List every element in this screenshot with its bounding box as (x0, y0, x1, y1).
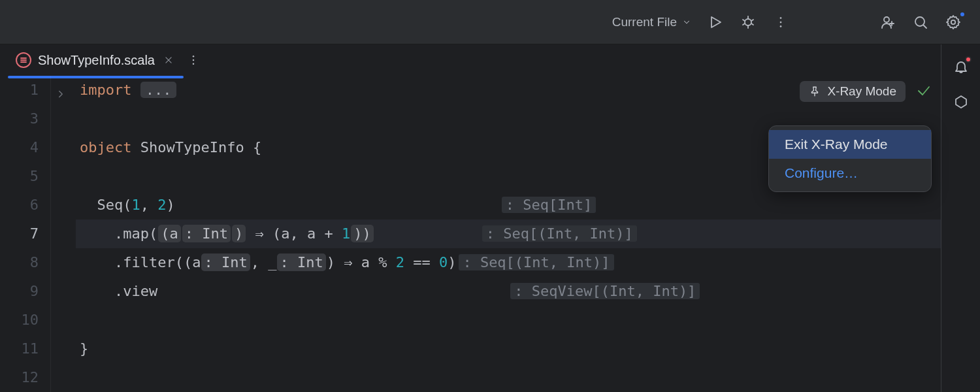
identifier: .view (80, 283, 157, 299)
popup-exit-xray[interactable]: Exit X-Ray Mode (769, 130, 931, 159)
param-hint: )) (351, 225, 374, 242)
line-number: 8 (0, 248, 39, 277)
editor-tab[interactable]: ShowTypeInfo.scala (10, 48, 181, 72)
code-line (76, 306, 941, 335)
main-toolbar: Current File (0, 0, 980, 44)
param-hint: (a (158, 225, 181, 242)
number: 2 (157, 197, 166, 213)
line-number: 5 (0, 162, 39, 191)
popup-configure[interactable]: Configure… (769, 159, 931, 188)
punct: { (244, 139, 262, 155)
scala-file-icon (16, 52, 31, 68)
run-button[interactable] (700, 7, 730, 37)
more-actions-button[interactable] (766, 7, 796, 37)
notification-dot-icon (965, 56, 972, 63)
fold-column (51, 76, 76, 392)
punct: ⇒ (246, 225, 272, 242)
vertical-dots-icon (187, 54, 200, 67)
punct: ) (448, 254, 456, 270)
hexagon-icon (953, 94, 969, 110)
editor-inspections-widget: X-Ray Mode (800, 81, 932, 102)
code-line: .filter((a: Int, _: Int) ⇒ a % 2 == 0): … (76, 248, 941, 277)
bug-icon (740, 14, 756, 30)
xray-mode-label: X-Ray Mode (827, 84, 896, 99)
svg-marker-0 (711, 17, 721, 27)
punct: } (80, 340, 88, 357)
svg-line-5 (743, 24, 745, 25)
right-tool-rail (941, 44, 980, 392)
punct: , (140, 197, 158, 213)
identifier: (a (184, 254, 201, 270)
settings-update-dot-icon (959, 11, 966, 18)
xray-mode-pill[interactable]: X-Ray Mode (800, 81, 906, 102)
search-icon (913, 14, 928, 30)
code-editor[interactable]: 1 3 4 5 6 7 8 9 10 11 12 (0, 76, 941, 392)
svg-point-16 (951, 20, 955, 24)
add-user-icon (880, 14, 896, 30)
param-hint: : Int (201, 253, 250, 271)
debug-button[interactable] (733, 7, 763, 37)
identifier: a % (361, 254, 396, 270)
code-area[interactable]: import ... object ShowTypeInfo { Seq(1, … (76, 76, 941, 392)
line-number: 6 (0, 191, 39, 220)
line-number: 3 (0, 105, 39, 133)
type-hint: : Seq[(Int, Int)] (482, 225, 637, 242)
identifier: .filter( (80, 254, 184, 270)
svg-point-20 (193, 59, 195, 61)
xray-popup: Exit X-Ray Mode Configure… (768, 125, 932, 192)
svg-line-6 (751, 24, 753, 25)
line-number: 4 (0, 133, 39, 162)
pin-icon (809, 86, 821, 97)
punct: ( (123, 197, 131, 213)
type-hint: : Seq[Int] (502, 197, 596, 213)
line-number: 12 (0, 363, 39, 392)
code-line: .view: SeqView[(Int, Int)] (76, 277, 941, 306)
code-line: Seq(1, 2): Seq[Int] (76, 191, 941, 220)
line-number: 7 (0, 220, 39, 248)
identifier: ShowTypeInfo (140, 139, 244, 155)
folded-region[interactable]: ... (140, 82, 177, 98)
punct: , _ (251, 254, 277, 270)
svg-line-15 (924, 25, 927, 28)
chevron-down-icon (682, 18, 691, 27)
identifier: .map( (80, 225, 157, 242)
type-hint: : SeqView[(Int, Int)] (510, 283, 700, 299)
svg-line-4 (751, 20, 753, 21)
code-line (76, 363, 941, 392)
chevron-right-icon (55, 88, 67, 100)
number: 1 (342, 225, 350, 242)
code-with-me-button[interactable] (873, 7, 903, 37)
search-everywhere-button[interactable] (906, 7, 936, 37)
gutter: 1 3 4 5 6 7 8 9 10 11 12 (0, 76, 51, 392)
svg-point-8 (780, 17, 782, 19)
vertical-dots-icon (774, 15, 788, 29)
play-icon (708, 14, 723, 30)
type-hint: : Seq[(Int, Int)] (459, 254, 613, 270)
punct: ) (327, 254, 335, 270)
fold-toggle[interactable] (55, 81, 67, 110)
notifications-button[interactable] (947, 52, 975, 81)
identifier: (a, a + (272, 225, 342, 242)
svg-point-21 (193, 63, 195, 65)
svg-point-9 (780, 21, 782, 23)
line-number: 9 (0, 277, 39, 306)
number: 0 (439, 254, 448, 270)
tab-filename: ShowTypeInfo.scala (38, 53, 155, 68)
run-config-selector[interactable]: Current File (606, 11, 698, 33)
number: 2 (396, 254, 404, 270)
param-hint: : Int (277, 253, 325, 271)
gear-icon (945, 14, 961, 30)
line-number: 11 (0, 335, 39, 363)
svg-point-11 (884, 17, 889, 22)
number: 1 (132, 197, 140, 213)
keyword: object (80, 139, 131, 155)
inspections-ok-icon[interactable] (916, 83, 932, 101)
code-line: } (76, 335, 941, 363)
punct: ⇒ (335, 254, 361, 270)
settings-button[interactable] (938, 7, 968, 37)
svg-point-1 (745, 19, 751, 25)
tab-more-button[interactable] (181, 48, 206, 73)
line-number: 1 (0, 76, 39, 105)
tab-close-button[interactable] (161, 53, 176, 67)
ai-assistant-button[interactable] (947, 88, 975, 116)
